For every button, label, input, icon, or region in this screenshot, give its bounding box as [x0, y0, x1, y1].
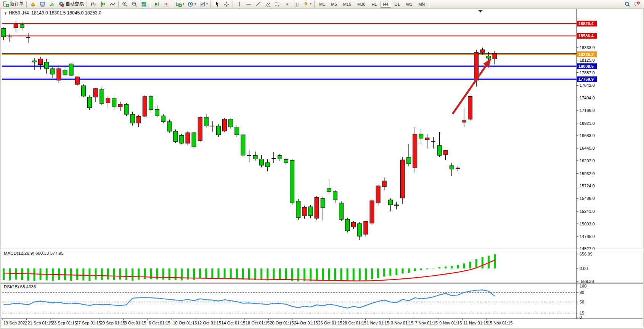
chart-symbol-title: ▼HK50-,H4 18149.0 18301.5 18045.0 18253.…: [4, 10, 101, 16]
tile-windows-icon: [141, 1, 147, 7]
horizontal-line-icon: [246, 1, 252, 7]
autotrade-label: 自动交易: [66, 1, 84, 7]
collapse-icon[interactable]: ▼: [4, 11, 7, 15]
timeframe-mn-button[interactable]: MN: [416, 1, 427, 8]
text-label-icon: T: [293, 1, 300, 7]
horizontal-line-button[interactable]: [244, 0, 254, 8]
notifications-button[interactable]: 1: [632, 0, 642, 8]
auto-scroll-icon: [153, 1, 160, 7]
text-label-button[interactable]: T: [292, 0, 301, 8]
search-icon: [624, 1, 631, 7]
main-toolbar: 新订单自动交易▾▾▾EFAT▾M1M5M15M30H1H4D1W1MN1: [0, 0, 644, 8]
svg-text:1: 1: [638, 1, 639, 5]
timeframe-m1-button[interactable]: M1: [316, 1, 328, 8]
chart-window: [1, 9, 643, 328]
timeframe-w1-button[interactable]: W1: [403, 1, 415, 8]
search-button[interactable]: [623, 0, 632, 8]
equidistant-channel-button[interactable]: E: [263, 0, 273, 8]
timeframe-d1-button[interactable]: D1: [392, 1, 403, 8]
arrows-dropdown-icon[interactable]: ▾: [310, 2, 312, 6]
templates-dropdown-icon[interactable]: ▾: [206, 2, 208, 6]
zoom-in-icon: [122, 1, 128, 7]
tile-windows-button[interactable]: [139, 0, 149, 8]
terminal-button[interactable]: [38, 0, 47, 8]
chart-shift-button[interactable]: [161, 0, 171, 8]
new-chart-dropdown-icon[interactable]: ▾: [183, 2, 184, 6]
charts-gold-icon: [30, 1, 36, 7]
timeframe-m30-button[interactable]: M30: [355, 1, 368, 8]
text-button[interactable]: A: [282, 0, 292, 8]
trend-line-button[interactable]: [254, 0, 263, 8]
rsi-indicator-label: RSI(15) 68.4036: [4, 284, 36, 289]
crosshair-button[interactable]: [222, 0, 231, 8]
autotrade-button[interactable]: 自动交易: [57, 0, 85, 8]
periods-icon: [187, 1, 194, 7]
new-order-button[interactable]: 新订单: [1, 0, 25, 8]
periods-button[interactable]: ▾: [186, 0, 198, 8]
ohlc-values: 18149.0 18301.5 18045.0 18253.0: [31, 10, 101, 16]
timeframe-h4-button[interactable]: H4: [381, 1, 391, 8]
trend-line-icon: [255, 1, 262, 7]
charts-gold-button[interactable]: [28, 0, 38, 8]
timeframe-m15-button[interactable]: M15: [340, 1, 354, 8]
chart-shift-icon: [163, 1, 169, 7]
vertical-line-button[interactable]: [234, 0, 244, 8]
templates-icon: [199, 1, 206, 7]
symbol-period-label: HK50-,H4: [9, 10, 29, 16]
toolbar-separator: [314, 1, 315, 8]
svg-text:A: A: [285, 1, 289, 7]
templates-button[interactable]: ▾: [198, 0, 209, 8]
line-chart-icon: [109, 1, 116, 7]
macd-indicator-label: MACD(12,26,9) 600.33 377.95: [4, 251, 64, 256]
zoom-in-button[interactable]: [120, 0, 130, 8]
signals-icon: [49, 1, 55, 7]
fibonacci-button[interactable]: F: [273, 0, 282, 8]
toolbar-separator: [26, 1, 27, 8]
terminal-icon: [39, 1, 46, 7]
timeframe-m5-button[interactable]: M5: [328, 1, 339, 8]
autotrade-icon: [58, 1, 65, 7]
crosshair-icon: [223, 1, 230, 7]
new-order-label: 新订单: [10, 1, 24, 7]
cursor-button[interactable]: [212, 0, 222, 8]
new-order-icon: [3, 1, 9, 7]
new-chart-button[interactable]: ▾: [174, 0, 186, 8]
svg-text:T: T: [296, 2, 298, 6]
arrows-button[interactable]: ▾: [301, 0, 313, 8]
toolbar-separator: [233, 1, 233, 8]
signals-button[interactable]: [47, 0, 57, 8]
toolbar-separator: [172, 1, 173, 8]
candlestick-chart-button[interactable]: [98, 0, 108, 8]
bar-chart-button[interactable]: [88, 0, 98, 8]
auto-scroll-button[interactable]: [152, 0, 161, 8]
toolbar-separator: [429, 1, 430, 8]
candlestick-chart-icon: [100, 1, 106, 7]
svg-text:E: E: [269, 4, 271, 7]
toolbar-separator: [87, 1, 87, 8]
zoom-out-icon: [131, 1, 138, 7]
cursor-icon: [214, 1, 220, 7]
toolbar-separator: [118, 1, 119, 8]
line-chart-button[interactable]: [108, 0, 117, 8]
timeframe-h1-button[interactable]: H1: [369, 1, 379, 8]
periods-dropdown-icon[interactable]: ▾: [194, 2, 196, 6]
text-icon: A: [284, 1, 290, 7]
svg-text:F: F: [278, 5, 280, 7]
fibonacci-icon: F: [274, 1, 281, 7]
bar-chart-icon: [90, 1, 96, 7]
notifications-icon: 1: [634, 1, 640, 7]
toolbar-separator: [150, 1, 151, 8]
arrows-icon: [303, 1, 309, 7]
new-chart-icon: [175, 1, 182, 7]
vertical-line-icon: [236, 1, 243, 7]
toolbar-separator: [210, 1, 211, 8]
zoom-out-button[interactable]: [130, 0, 139, 8]
equidistant-channel-icon: E: [265, 1, 271, 7]
